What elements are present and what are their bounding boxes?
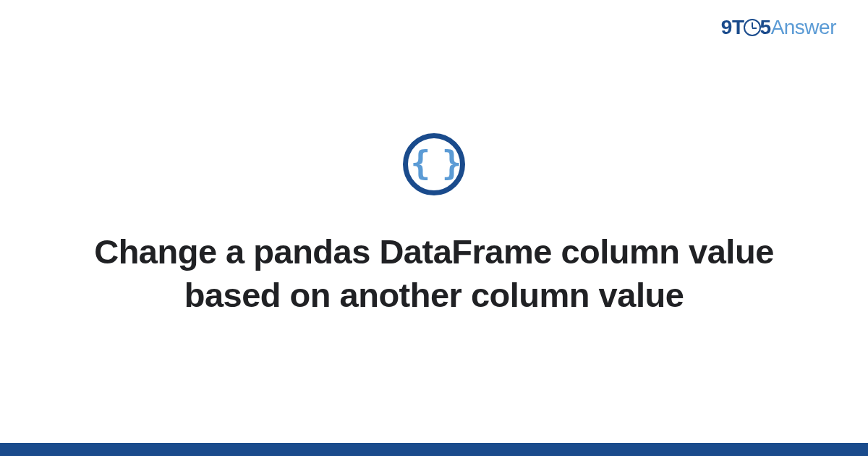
main-content: { } Change a pandas DataFrame column val… (0, 0, 868, 443)
footer-accent-bar (0, 443, 868, 456)
code-braces-icon: { } (403, 133, 465, 195)
page-title: Change a pandas DataFrame column value b… (65, 230, 803, 317)
brace-glyph: { } (410, 146, 457, 180)
